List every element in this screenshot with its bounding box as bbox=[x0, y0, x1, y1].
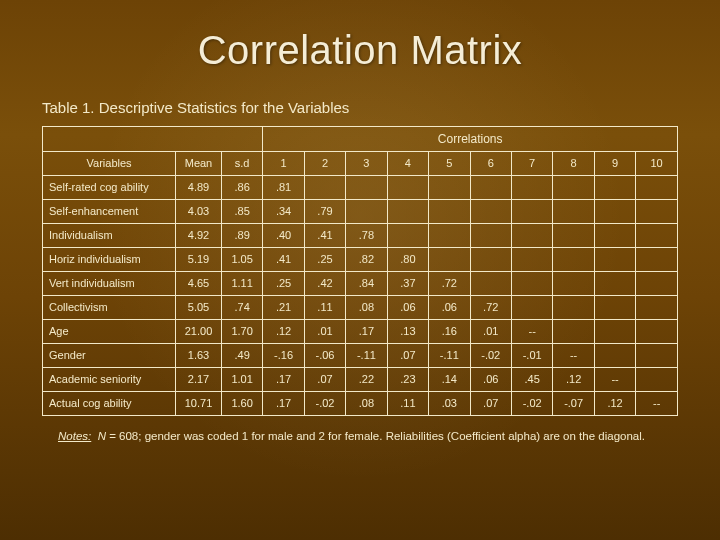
table-row: Vert individualism4.651.11.25.42.84.37.7… bbox=[43, 272, 678, 296]
table-row: Self-rated cog ability4.89.86.81 bbox=[43, 176, 678, 200]
row-mean: 4.89 bbox=[176, 176, 222, 200]
corr-cell: .11 bbox=[387, 392, 428, 416]
corr-cell bbox=[594, 272, 635, 296]
row-sd: .89 bbox=[221, 224, 262, 248]
col-4: 4 bbox=[387, 152, 428, 176]
corr-cell: .13 bbox=[387, 320, 428, 344]
row-mean: 10.71 bbox=[176, 392, 222, 416]
corr-cell bbox=[387, 200, 428, 224]
table-body: Self-rated cog ability4.89.86.81Self-enh… bbox=[43, 176, 678, 416]
table-row: Self-enhancement4.03.85.34.79 bbox=[43, 200, 678, 224]
corr-cell: -.07 bbox=[553, 392, 594, 416]
corr-cell: -.11 bbox=[346, 344, 387, 368]
corr-cell bbox=[594, 296, 635, 320]
corr-cell bbox=[553, 320, 594, 344]
row-sd: 1.01 bbox=[221, 368, 262, 392]
corr-cell bbox=[387, 224, 428, 248]
correlation-table-wrap: Correlations Variables Mean s.d 1 2 3 4 … bbox=[42, 126, 678, 416]
row-variable: Individualism bbox=[43, 224, 176, 248]
corr-cell bbox=[511, 272, 552, 296]
corr-cell bbox=[594, 176, 635, 200]
col-9: 9 bbox=[594, 152, 635, 176]
row-sd: .86 bbox=[221, 176, 262, 200]
corr-cell bbox=[511, 296, 552, 320]
corr-cell: .12 bbox=[263, 320, 304, 344]
row-variable: Self-enhancement bbox=[43, 200, 176, 224]
table-row: Collectivism5.05.74.21.11.08.06.06.72 bbox=[43, 296, 678, 320]
col-mean: Mean bbox=[176, 152, 222, 176]
corr-cell: .79 bbox=[304, 200, 345, 224]
corr-cell bbox=[553, 248, 594, 272]
corr-cell: .07 bbox=[304, 368, 345, 392]
corr-cell bbox=[594, 320, 635, 344]
corr-cell: .01 bbox=[304, 320, 345, 344]
table-row: Actual cog ability10.711.60.17-.02.08.11… bbox=[43, 392, 678, 416]
corr-cell bbox=[511, 176, 552, 200]
corr-cell bbox=[304, 176, 345, 200]
col-3: 3 bbox=[346, 152, 387, 176]
corr-cell bbox=[470, 176, 511, 200]
corr-cell: -- bbox=[511, 320, 552, 344]
corr-cell: .16 bbox=[429, 320, 470, 344]
row-variable: Vert individualism bbox=[43, 272, 176, 296]
corr-cell: -.01 bbox=[511, 344, 552, 368]
col-1: 1 bbox=[263, 152, 304, 176]
corr-cell: .12 bbox=[594, 392, 635, 416]
row-variable: Gender bbox=[43, 344, 176, 368]
corr-cell bbox=[470, 200, 511, 224]
col-8: 8 bbox=[553, 152, 594, 176]
corr-cell bbox=[511, 248, 552, 272]
col-10: 10 bbox=[636, 152, 678, 176]
table-row: Academic seniority2.171.01.17.07.22.23.1… bbox=[43, 368, 678, 392]
corr-cell bbox=[636, 344, 678, 368]
corr-cell bbox=[553, 296, 594, 320]
corr-cell bbox=[429, 248, 470, 272]
table-row: Age21.001.70.12.01.17.13.16.01-- bbox=[43, 320, 678, 344]
corr-cell: .23 bbox=[387, 368, 428, 392]
corr-cell bbox=[553, 224, 594, 248]
corr-cell bbox=[470, 272, 511, 296]
table-row: Gender1.63.49-.16-.06-.11.07-.11-.02-.01… bbox=[43, 344, 678, 368]
corr-cell bbox=[429, 200, 470, 224]
row-sd: 1.11 bbox=[221, 272, 262, 296]
corr-cell: .11 bbox=[304, 296, 345, 320]
corr-cell bbox=[594, 224, 635, 248]
corr-cell bbox=[636, 272, 678, 296]
corr-cell: .81 bbox=[263, 176, 304, 200]
notes-n: N bbox=[98, 430, 106, 442]
row-mean: 5.19 bbox=[176, 248, 222, 272]
row-sd: .74 bbox=[221, 296, 262, 320]
corr-cell: .72 bbox=[429, 272, 470, 296]
corr-cell bbox=[553, 200, 594, 224]
row-variable: Academic seniority bbox=[43, 368, 176, 392]
row-sd: .85 bbox=[221, 200, 262, 224]
corr-cell bbox=[553, 176, 594, 200]
col-2: 2 bbox=[304, 152, 345, 176]
row-mean: 4.92 bbox=[176, 224, 222, 248]
corr-cell bbox=[429, 176, 470, 200]
corr-cell bbox=[511, 224, 552, 248]
corr-cell: -.11 bbox=[429, 344, 470, 368]
corr-cell: .72 bbox=[470, 296, 511, 320]
row-mean: 21.00 bbox=[176, 320, 222, 344]
row-variable: Collectivism bbox=[43, 296, 176, 320]
row-mean: 4.65 bbox=[176, 272, 222, 296]
corr-cell: .06 bbox=[429, 296, 470, 320]
corr-cell: .07 bbox=[470, 392, 511, 416]
corr-cell: .25 bbox=[263, 272, 304, 296]
corr-cell: -.06 bbox=[304, 344, 345, 368]
table-row: Horiz individualism5.191.05.41.25.82.80 bbox=[43, 248, 678, 272]
row-sd: .49 bbox=[221, 344, 262, 368]
corr-cell: .82 bbox=[346, 248, 387, 272]
corr-cell bbox=[470, 248, 511, 272]
corr-cell: -.16 bbox=[263, 344, 304, 368]
corr-cell: .78 bbox=[346, 224, 387, 248]
corr-cell: .40 bbox=[263, 224, 304, 248]
page-title: Correlation Matrix bbox=[0, 0, 720, 99]
row-sd: 1.70 bbox=[221, 320, 262, 344]
corr-cell: -- bbox=[553, 344, 594, 368]
corr-cell bbox=[636, 248, 678, 272]
corr-cell: .41 bbox=[304, 224, 345, 248]
corr-cell: -.02 bbox=[304, 392, 345, 416]
row-variable: Actual cog ability bbox=[43, 392, 176, 416]
